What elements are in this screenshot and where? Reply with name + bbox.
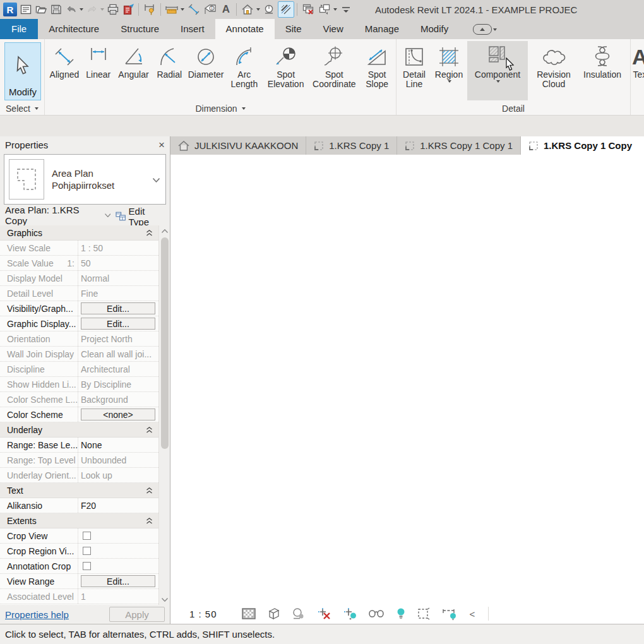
expand-view-bar-icon[interactable]: < xyxy=(470,609,475,619)
prop-row-orientation[interactable]: OrientationProject North xyxy=(0,331,158,347)
text-tool[interactable]: A Tex xyxy=(632,41,644,100)
visual-style-icon[interactable] xyxy=(266,607,280,620)
prop-row-alikansio[interactable]: AlikansioF20 xyxy=(0,498,158,513)
spot-elevation-tool[interactable]: SpotElevation xyxy=(263,41,309,100)
tab-annotate[interactable]: Annotate xyxy=(215,19,275,39)
region-tool[interactable]: Region xyxy=(431,41,467,100)
linear-dimension-tool[interactable]: Linear xyxy=(83,41,114,100)
reveal-constraints-icon[interactable] xyxy=(441,607,458,621)
hide-analytical-model-icon[interactable] xyxy=(417,607,431,620)
tab-architecture[interactable]: Architecture xyxy=(38,19,110,39)
view-tab-1krs-copy-1-copy-1[interactable]: 1.KRS Copy 1 Copy 1 xyxy=(397,136,521,155)
open-icon[interactable] xyxy=(33,1,49,18)
component-dropdown-icon[interactable] xyxy=(496,80,500,83)
tab-insert[interactable]: Insert xyxy=(170,19,215,39)
aligned-dimension-tool[interactable]: Aligned xyxy=(46,41,83,100)
scroll-up-icon[interactable] xyxy=(159,225,170,236)
prop-row-crop-region-visible[interactable]: Crop Region Vi... xyxy=(0,544,158,559)
section-underlay[interactable]: Underlay xyxy=(0,422,158,438)
switch-windows-button[interactable] xyxy=(316,1,338,18)
close-hidden-windows-icon[interactable] xyxy=(300,1,316,18)
region-dropdown-icon[interactable] xyxy=(448,80,451,83)
redo-dropdown-icon[interactable] xyxy=(100,8,104,11)
switch-windows-dropdown-icon[interactable] xyxy=(333,8,337,11)
collapse-section-icon[interactable] xyxy=(146,487,152,494)
prop-row-color-scheme[interactable]: Color Scheme<none> xyxy=(0,407,158,422)
save-icon[interactable] xyxy=(49,1,64,18)
revit-logo[interactable]: R xyxy=(2,1,18,18)
scrollbar-thumb[interactable] xyxy=(161,237,169,449)
crop-view-checkbox[interactable] xyxy=(83,532,91,540)
prop-row-range-base-level[interactable]: Range: Base Le...None xyxy=(0,438,158,453)
measure-button[interactable] xyxy=(164,1,186,18)
prop-row-scale-value[interactable]: Scale Value1:50 xyxy=(0,256,158,271)
type-selector[interactable]: Area Plan Pohjapiirrokset xyxy=(4,154,166,205)
crop-region-visible-icon[interactable] xyxy=(343,607,358,621)
customize-qat-icon[interactable] xyxy=(338,1,354,18)
tab-structure[interactable]: Structure xyxy=(110,19,170,39)
properties-title-bar[interactable]: Properties × xyxy=(0,136,170,153)
view-range-edit-button[interactable]: Edit... xyxy=(81,575,155,587)
detail-level-icon[interactable] xyxy=(242,608,256,619)
redo-button[interactable] xyxy=(85,1,105,18)
collapse-section-icon[interactable] xyxy=(146,518,152,524)
annotation-crop-checkbox[interactable] xyxy=(83,562,91,570)
properties-help-link[interactable]: Properties help xyxy=(5,609,69,620)
tab-file[interactable]: File xyxy=(0,19,38,39)
prop-row-graphic-display[interactable]: Graphic Display...Edit... xyxy=(0,316,158,331)
collapse-section-icon[interactable] xyxy=(146,230,152,236)
color-scheme-button[interactable]: <none> xyxy=(81,408,155,420)
detail-line-tool[interactable]: DetailLine xyxy=(398,41,431,100)
measure-dropdown-icon[interactable] xyxy=(181,8,184,11)
view-tab-1krs-copy-1[interactable]: 1.KRS Copy 1 xyxy=(306,136,397,155)
prop-row-discipline[interactable]: DisciplineArchitectural xyxy=(0,362,158,377)
aligned-dimension-icon[interactable] xyxy=(186,1,202,18)
instance-dropdown-icon[interactable] xyxy=(105,213,111,217)
ribbon-display-toggle[interactable] xyxy=(473,24,497,35)
properties-scrollbar[interactable] xyxy=(158,225,170,605)
view-tab-1krs-copy-1-copy-active[interactable]: 1.KRS Copy 1 Copy xyxy=(521,136,644,155)
prop-row-display-model[interactable]: Display ModelNormal xyxy=(0,271,158,286)
thin-lines-toggle[interactable] xyxy=(278,1,294,18)
section-graphics[interactable]: Graphics xyxy=(0,225,158,241)
prop-row-associated-level[interactable]: Associated Level1 xyxy=(0,589,158,604)
panel-label-dimension[interactable]: Dimension xyxy=(45,102,396,115)
panel-label-text[interactable] xyxy=(631,102,644,115)
prop-row-underlay-orientation[interactable]: Underlay Orient...Look up xyxy=(0,468,158,483)
crop-view-off-icon[interactable] xyxy=(317,607,332,621)
scroll-down-icon[interactable] xyxy=(159,594,170,605)
sun-shadows-icon[interactable] xyxy=(291,607,306,620)
prop-row-show-hidden-lines[interactable]: Show Hidden Li...By Discipline xyxy=(0,377,158,392)
panel-label-select[interactable]: Select xyxy=(0,102,44,115)
temporary-hide-isolate-icon[interactable] xyxy=(396,607,406,620)
edit-type-button[interactable]: Edit Type xyxy=(116,206,166,227)
revision-cloud-tool[interactable]: RevisionCloud xyxy=(528,41,580,100)
panel-label-detail[interactable]: Detail xyxy=(397,102,630,115)
tag-by-category-icon[interactable]: 1 xyxy=(202,1,218,18)
spot-slope-tool[interactable]: SpotSlope xyxy=(359,41,395,100)
visibility-edit-button[interactable]: Edit... xyxy=(81,302,155,314)
undo-dropdown-icon[interactable] xyxy=(80,8,83,11)
prop-row-color-scheme-location[interactable]: Color Scheme L...Background xyxy=(0,392,158,407)
3d-view-dropdown-icon[interactable] xyxy=(256,8,260,11)
spot-coordinate-tool[interactable]: SpotCoordinate xyxy=(309,41,360,100)
view-tab-julkisivu-kaakkoon[interactable]: JULKISIVU KAAKKOON xyxy=(170,136,306,155)
type-selector-dropdown-icon[interactable] xyxy=(153,174,160,185)
tab-site[interactable]: Site xyxy=(275,19,313,39)
prop-row-view-range[interactable]: View RangeEdit... xyxy=(0,574,158,589)
view-scale-button[interactable]: 1 : 50 xyxy=(189,609,217,619)
undo-button[interactable] xyxy=(64,1,85,18)
diameter-dimension-tool[interactable]: Diameter xyxy=(186,41,226,100)
tab-view[interactable]: View xyxy=(313,19,354,39)
component-tool[interactable]: Component xyxy=(467,41,528,100)
prop-row-view-scale[interactable]: View Scale1 : 50 xyxy=(0,241,158,256)
prop-row-detail-level[interactable]: Detail LevelFine xyxy=(0,286,158,301)
angular-dimension-tool[interactable]: Angular xyxy=(114,41,153,100)
radial-dimension-tool[interactable]: Radial xyxy=(153,41,186,100)
ribbon-display-dropdown-icon[interactable] xyxy=(493,28,497,31)
section-text[interactable]: Text xyxy=(0,483,158,498)
tab-modify[interactable]: Modify xyxy=(410,19,459,39)
prop-row-range-top-level[interactable]: Range: Top LevelUnbounded xyxy=(0,453,158,468)
tab-manage[interactable]: Manage xyxy=(354,19,410,39)
prop-row-visibility-graphics[interactable]: Visibility/Graph...Edit... xyxy=(0,301,158,316)
